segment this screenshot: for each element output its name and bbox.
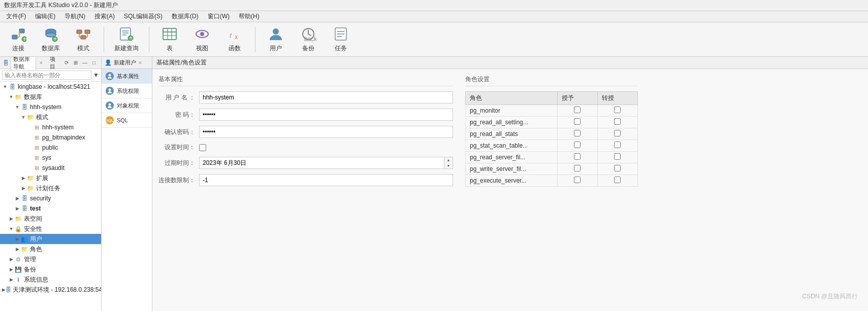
tree-item-tianji[interactable]: ▶ 🗄 天津测试环境 - 192.168.0.238:54321 [0, 285, 101, 295]
layout-button[interactable]: ⊞ [72, 59, 80, 67]
object-rights-icon [106, 101, 114, 110]
expand-button[interactable]: □ [90, 59, 98, 67]
svg-rect-10 [77, 30, 82, 33]
tree-item-tablespace[interactable]: ▶ 📁 表空间 [0, 214, 101, 224]
grant-checkbox-5[interactable] [574, 165, 581, 171]
tree-item-database[interactable]: ▼ 📁 数据库 [0, 92, 101, 102]
transfer-checkbox-2[interactable] [614, 130, 621, 136]
menu-edit[interactable]: 编辑(E) [31, 11, 59, 22]
tree-label-hhh-schema: hhh-system [42, 124, 74, 131]
username-input[interactable] [199, 91, 453, 103]
menu-database[interactable]: 数据库(D) [168, 11, 203, 22]
settime-label: 设置时间： [158, 143, 199, 152]
grant-checkbox-2[interactable] [574, 130, 581, 136]
tree-item-kingbase[interactable]: ▼ 🗄 kingbase - localhost:54321 [0, 82, 101, 92]
tree-item-management[interactable]: ▶ ⚙ 管理 [0, 254, 101, 264]
table-row: pg_execute_server... [466, 175, 638, 187]
role-section-title: 角色设置 [465, 75, 638, 86]
transfer-checkbox-1[interactable] [614, 118, 621, 125]
tree-item-schedule[interactable]: ▶ 📁 计划任务 [0, 183, 101, 193]
menu-window[interactable]: 窗口(W) [204, 11, 234, 22]
menu-help[interactable]: 帮助(H) [235, 11, 264, 22]
user-label: 用户 [270, 44, 282, 53]
tree-item-sysaudit[interactable]: ▶ ⊞ sysaudit [0, 163, 101, 173]
password-input[interactable] [199, 109, 453, 121]
menu-sql[interactable]: SQL编辑器(S) [120, 11, 167, 22]
filter-button[interactable]: ▼ [93, 72, 99, 79]
expiry-input[interactable] [199, 157, 444, 169]
task-button[interactable]: 任务 [327, 25, 355, 54]
tree-item-hhh-system[interactable]: ▼ 🗄 hhh-system [0, 102, 101, 112]
user-button[interactable]: 用户 [262, 25, 290, 54]
menu-search[interactable]: 搜索(A) [90, 11, 119, 22]
function-button[interactable]: f x 函数 [220, 25, 249, 54]
tree-label-schema: 模式 [36, 113, 48, 122]
settime-row: 设置时间： [158, 143, 453, 152]
settime-checkbox[interactable] [199, 144, 206, 151]
minimize-button[interactable]: — [81, 59, 89, 67]
close-new-user-icon[interactable]: ✕ [138, 60, 142, 65]
sync-button[interactable]: ⟳ [62, 59, 71, 67]
menu-file[interactable]: 文件(F) [2, 11, 30, 22]
transfer-checkbox-5[interactable] [614, 165, 621, 171]
tree-item-sys[interactable]: ▶ ⊞ sys [0, 153, 101, 163]
table-row: pg_read_all_stats [466, 128, 638, 140]
connlimit-input[interactable] [199, 174, 453, 186]
tree-item-users[interactable]: ▶ 👥 用户 [0, 234, 101, 244]
tree-item-public[interactable]: ▶ ⊞ public [0, 143, 101, 153]
table-row: pg_read_server_fil... [466, 152, 638, 163]
tree-item-roles[interactable]: ▶ 📁 角色 [0, 244, 101, 254]
tree-item-security[interactable]: ▶ 🗄 security [0, 193, 101, 203]
new-query-button[interactable]: + 新建查询 [110, 25, 143, 54]
confirm-input[interactable] [199, 126, 453, 138]
role-transfer-4 [597, 152, 637, 163]
search-input[interactable] [2, 71, 91, 80]
tree-item-hhh-schema[interactable]: ▶ ⊞ hhh-system [0, 122, 101, 132]
grant-checkbox-3[interactable] [574, 142, 581, 148]
tree-item-extensions[interactable]: ▶ 📁 扩展 [0, 173, 101, 183]
tab-basic-props[interactable]: 基本属性 [102, 69, 152, 84]
tree-item-sysinfo[interactable]: ▶ ℹ 系统信息 [0, 274, 101, 285]
new-query-label: 新建查询 [114, 44, 139, 53]
sql-icon: SQL [106, 116, 114, 124]
tree-label-test: test [30, 205, 41, 212]
col-transfer: 转授 [597, 92, 637, 105]
database-button[interactable]: + 数据库 [37, 25, 65, 54]
grant-checkbox-4[interactable] [574, 153, 581, 160]
tree-item-test[interactable]: ▶ 🗄 test [0, 203, 101, 214]
view-button[interactable]: 视图 [188, 25, 216, 54]
col-role: 角色 [466, 92, 558, 105]
tree-item-security-top[interactable]: ▼ 🔒 安全性 [0, 224, 101, 234]
transfer-checkbox-3[interactable] [614, 142, 621, 148]
svg-rect-1 [19, 29, 24, 33]
tree-item-pg-bitmap[interactable]: ▶ ⊞ pg_bitmapindex [0, 132, 101, 143]
tree-item-schema[interactable]: ▼ 📁 模式 [0, 112, 101, 122]
role-name-5: pg_write_server_fil... [466, 163, 558, 175]
transfer-checkbox-4[interactable] [614, 153, 621, 160]
expiry-down-button[interactable]: ▼ [444, 163, 453, 168]
grant-checkbox-0[interactable] [574, 107, 581, 113]
schema-button[interactable]: 模式 [69, 25, 98, 54]
expiry-up-button[interactable]: ▲ [444, 157, 453, 163]
table-button[interactable]: 表 [155, 25, 184, 54]
transfer-checkbox-0[interactable] [614, 107, 621, 113]
role-table: 角色 授予 转授 pg_monitor [465, 91, 638, 187]
tree-item-backup[interactable]: ▶ 💾 备份 [0, 264, 101, 274]
role-transfer-1 [597, 117, 637, 128]
tab-object-rights[interactable]: 对象权限 [102, 98, 152, 113]
grant-checkbox-1[interactable] [574, 118, 581, 125]
menu-nav[interactable]: 导航(N) [60, 11, 89, 22]
expiry-row: 过期时间： ▲ ▼ [158, 157, 453, 169]
transfer-checkbox-6[interactable] [614, 177, 621, 183]
svg-text:backup: backup [304, 36, 316, 42]
backup-button[interactable]: backup 备份 [294, 25, 323, 54]
backup-label: 备份 [302, 44, 314, 53]
password-row: 密 码： [158, 109, 453, 121]
grant-checkbox-6[interactable] [574, 177, 581, 183]
confirm-label: 确认密码： [158, 128, 199, 136]
tab-sql[interactable]: SQL SQL [102, 113, 152, 128]
svg-rect-0 [12, 35, 17, 39]
connect-button[interactable]: + 连接 [4, 25, 33, 54]
tab-system-rights[interactable]: 系统权限 [102, 84, 152, 98]
middle-panel: 👤 新建用户 ✕ 基本属性 系统权限 对象权限 [102, 57, 152, 311]
